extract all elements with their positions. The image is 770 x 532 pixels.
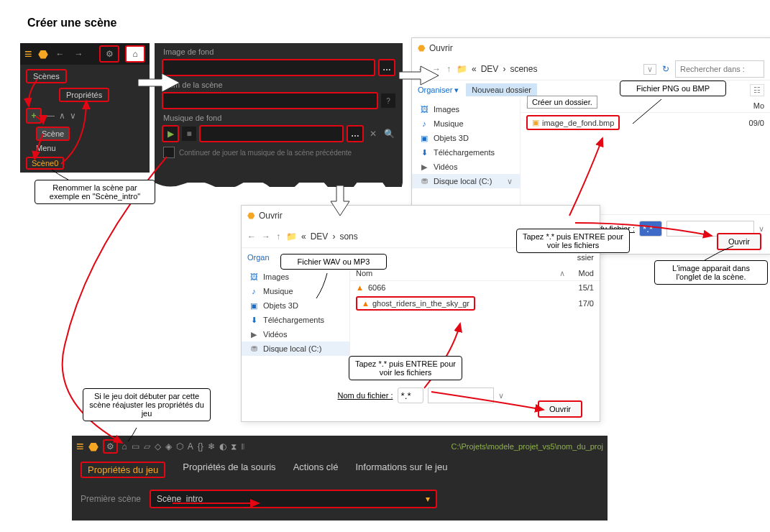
vlc-icon-2: ▲ bbox=[362, 299, 370, 308]
crumb-dropdown-icon[interactable]: ∨ bbox=[643, 64, 656, 75]
dialog-cube-icon: ⬣ bbox=[418, 43, 425, 53]
side2-images[interactable]: 🖼Images bbox=[242, 270, 349, 284]
gear-icon[interactable]: ⚙ bbox=[99, 45, 119, 63]
search-music-icon[interactable]: 🔍 bbox=[382, 129, 395, 139]
side-3d[interactable]: ▣Objets 3D bbox=[412, 131, 520, 145]
side-disk[interactable]: ⛃Disque local (C:)∨ bbox=[412, 174, 520, 188]
organize-button[interactable]: Organiser ▾ bbox=[418, 86, 459, 95]
tab-scenes[interactable]: Scènes bbox=[26, 69, 67, 83]
tool-f-icon[interactable]: A bbox=[188, 441, 193, 451]
tool-a-icon[interactable]: ▭ bbox=[132, 441, 139, 451]
stop-music-button[interactable]: ■ bbox=[182, 127, 196, 141]
folder2-icon: 📁 bbox=[286, 231, 297, 242]
open-button[interactable]: Ouvrir bbox=[717, 233, 761, 250]
tool-j-icon[interactable]: ⧗ bbox=[231, 441, 237, 451]
crumb2-dev[interactable]: DEV bbox=[311, 231, 329, 242]
dialog2-title: Ouvrir bbox=[259, 211, 283, 221]
side-videos[interactable]: ▶Vidéos bbox=[412, 160, 520, 174]
tool-b-icon[interactable]: ▱ bbox=[144, 441, 150, 451]
callout-img-appears: L'image apparait dans l'onglet de la scè… bbox=[654, 260, 768, 285]
bg-image-input[interactable] bbox=[162, 59, 375, 76]
open2-button[interactable]: Ouvrir bbox=[538, 400, 582, 418]
col-mod[interactable]: Mo bbox=[753, 101, 764, 110]
info-icon[interactable]: ? bbox=[381, 93, 395, 108]
filetype-dropdown-icon[interactable]: ∨ bbox=[758, 224, 764, 234]
nav2-back-icon[interactable]: ← bbox=[247, 231, 256, 242]
first-scene-select[interactable]: Scène_intro ▾ bbox=[150, 490, 437, 508]
new-folder-button[interactable]: Nouveau dossier bbox=[466, 83, 537, 96]
callout-type-star2: Tapez *.* puis ENTREE pour voir les fich… bbox=[349, 356, 462, 380]
filename-input[interactable] bbox=[639, 221, 662, 237]
menu-icon[interactable]: ≡ bbox=[24, 47, 32, 62]
tab-game-properties[interactable]: Propriétés du jeu bbox=[81, 462, 165, 478]
view-icon[interactable]: ☷ bbox=[750, 84, 764, 96]
side2-music[interactable]: ♪Musique bbox=[242, 284, 349, 298]
organize2-button[interactable]: Organ bbox=[247, 253, 270, 262]
nav2-fwd-icon[interactable]: → bbox=[262, 231, 270, 242]
minus-icon[interactable]: — bbox=[46, 111, 55, 121]
side2-3d[interactable]: ▣Objets 3D bbox=[242, 298, 349, 313]
side2-downloads[interactable]: ⬇Téléchargements bbox=[242, 313, 349, 327]
side-images[interactable]: 🖼Images bbox=[412, 102, 520, 116]
col2-mod[interactable]: Mod bbox=[565, 269, 594, 278]
cube2-icon[interactable]: ⬣ bbox=[88, 440, 98, 454]
collapse-icon[interactable]: ∧ bbox=[59, 111, 65, 121]
tool-g-icon[interactable]: {} bbox=[198, 441, 203, 451]
gear2-icon[interactable]: ⚙ bbox=[103, 439, 118, 454]
expand-icon[interactable]: ∨ bbox=[70, 111, 76, 121]
tool-d-icon[interactable]: ◈ bbox=[165, 441, 172, 451]
file-image-bmp[interactable]: ▣ image_de_fond.bmp bbox=[526, 115, 620, 130]
dialog-title: Ouvrir bbox=[429, 43, 453, 53]
fwd-icon[interactable]: → bbox=[73, 47, 86, 60]
refresh-icon[interactable]: ↻ bbox=[662, 64, 669, 74]
nav2-up-icon[interactable]: ↑ bbox=[276, 231, 280, 242]
menu2-icon[interactable]: ≡ bbox=[76, 439, 84, 454]
tab-key-actions[interactable]: Actions clé bbox=[293, 462, 339, 478]
side-downloads[interactable]: ⬇Téléchargements bbox=[412, 145, 520, 160]
side2-videos[interactable]: ▶Vidéos bbox=[242, 327, 349, 341]
file-6066[interactable]: 6066 bbox=[368, 283, 385, 292]
clear-music-icon[interactable]: ✕ bbox=[367, 129, 380, 139]
nav-up-icon[interactable]: ↑ bbox=[446, 64, 451, 74]
play-music-button[interactable]: ▶ bbox=[162, 125, 179, 142]
col2-name[interactable]: Nom bbox=[356, 269, 559, 278]
continue-music-checkbox[interactable] bbox=[163, 147, 175, 158]
bg-music-input[interactable] bbox=[199, 125, 344, 142]
dialog-search-input[interactable] bbox=[675, 60, 764, 78]
scene-name-input[interactable] bbox=[162, 92, 378, 109]
tab-game-info[interactable]: Informations sur le jeu bbox=[356, 462, 448, 478]
side2-disk[interactable]: ⛃Disque local (C:) bbox=[242, 341, 349, 356]
tree-item-menu[interactable]: Menu bbox=[20, 142, 150, 154]
home2-icon[interactable]: ⌂ bbox=[122, 441, 127, 451]
nav-back-icon[interactable]: ← bbox=[418, 64, 426, 74]
callout-type-star: Tapez *.* puis ENTREE pour voir les fich… bbox=[516, 229, 630, 253]
filename2-input[interactable] bbox=[398, 387, 423, 403]
scenes-panel: ≡ ⬣ ← → ⚙ ⌂ Scènes Propriétés + — ∧ ∨ Sc… bbox=[20, 43, 150, 173]
crumb-dev[interactable]: DEV bbox=[481, 64, 499, 74]
side-music[interactable]: ♪Musique bbox=[412, 116, 520, 131]
tab-properties[interactable]: Propriétés bbox=[59, 88, 109, 102]
file-ghost-riders[interactable]: ▲ ghost_riders_in_the_sky_gr bbox=[356, 296, 475, 311]
tool-e-icon[interactable]: ⬡ bbox=[176, 441, 183, 451]
tool-k-icon[interactable]: ⫴ bbox=[241, 441, 244, 451]
home-icon[interactable]: ⌂ bbox=[125, 45, 145, 63]
scene0-label[interactable]: Scène0 bbox=[26, 157, 64, 170]
back-icon[interactable]: ← bbox=[54, 47, 67, 60]
nav-fwd-icon[interactable]: → bbox=[432, 64, 441, 74]
bmp-file-icon: ▣ bbox=[532, 118, 539, 127]
bg-music-label: Musique de fond bbox=[163, 114, 403, 122]
add-scene-button[interactable]: + bbox=[26, 108, 42, 124]
tool-i-icon[interactable]: ◐ bbox=[219, 441, 226, 451]
tool-h-icon[interactable]: ❄ bbox=[208, 441, 215, 451]
tab-mouse-properties[interactable]: Propriétés de la souris bbox=[183, 462, 275, 478]
cube-icon[interactable]: ⬣ bbox=[38, 47, 48, 61]
tool-c-icon[interactable]: ◇ bbox=[155, 441, 161, 451]
bg-image-browse-button[interactable]: … bbox=[378, 59, 395, 76]
crumb-scenes[interactable]: scenes bbox=[510, 64, 537, 74]
bg-image-label: Image de fond bbox=[163, 47, 403, 56]
bg-music-browse-button[interactable]: … bbox=[347, 125, 364, 142]
dropdown-icon: ▾ bbox=[426, 494, 430, 504]
crumb2-sons[interactable]: sons bbox=[339, 231, 357, 242]
tree-item-scene[interactable]: Scène bbox=[36, 127, 70, 141]
project-path: C:\Projets\modele_projet_vs5\nom_du_proj bbox=[451, 442, 603, 451]
